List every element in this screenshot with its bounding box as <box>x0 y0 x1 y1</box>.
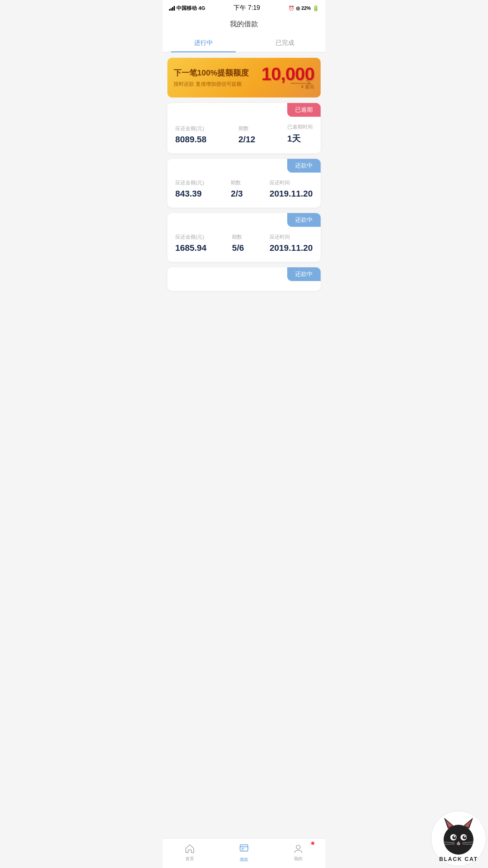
loan-card-3[interactable]: 还款中 应还金额(元) 1685.94 期数 5/6 应还时间 2019.11.… <box>167 213 321 262</box>
promo-amount-block: 10,000 ¥ 最高 <box>261 65 314 90</box>
badge-repaying-3: 还款中 <box>287 213 321 227</box>
tab-completed[interactable]: 已完成 <box>244 33 325 52</box>
badge-repaying-2: 还款中 <box>287 159 321 173</box>
status-left: 中国移动 4G <box>169 5 205 12</box>
field-period-1: 期数 2/12 <box>238 125 255 145</box>
badge-overdue-1: 已逾期 <box>287 103 321 117</box>
signal-icon <box>169 6 175 11</box>
field-overdue-time-1: 已逾期时间 1天 <box>287 123 313 145</box>
battery-icon: 🔋 <box>312 5 319 11</box>
badge-repaying-4: 还款中 <box>287 267 321 281</box>
promo-text: 下一笔100%提额额度 按时还款 复借增加授信可提额 <box>174 68 249 88</box>
loan-card-4-partial[interactable]: 还款中 <box>167 267 321 291</box>
location-icon: ◎ <box>296 6 300 11</box>
promo-banner[interactable]: 下一笔100%提额额度 按时还款 复借增加授信可提额 10,000 ¥ 最高 <box>167 58 321 97</box>
field-due-date-3: 应还时间 2019.11.20 <box>270 234 313 253</box>
promo-arrow-icon <box>291 79 314 87</box>
loan-card-1[interactable]: 已逾期 应还金额(元) 8089.58 期数 2/12 已逾期时间 1天 <box>167 103 321 153</box>
tab-bar: 进行中 已完成 <box>163 33 325 52</box>
page-title: 我的借款 <box>163 19 325 33</box>
alarm-icon: ⏰ <box>288 6 294 11</box>
status-time: 下午 7:19 <box>233 4 260 12</box>
field-amount-2: 应还金额(元) 843.39 <box>175 179 204 199</box>
field-amount-3: 应还金额(元) 1685.94 <box>175 234 207 253</box>
tab-in-progress[interactable]: 进行中 <box>163 33 244 52</box>
header: 我的借款 <box>163 15 325 33</box>
carrier-label: 中国移动 <box>176 5 197 12</box>
promo-subtitle: 按时还款 复借增加授信可提额 <box>174 81 249 88</box>
loan-card-2[interactable]: 还款中 应还金额(元) 843.39 期数 2/3 应还时间 2019.11.2… <box>167 159 321 208</box>
network-label: 4G <box>198 5 205 11</box>
promo-title: 下一笔100%提额额度 <box>174 68 249 78</box>
status-right: ⏰ ◎ 22% 🔋 <box>288 5 319 11</box>
main-content: 下一笔100%提额额度 按时还款 复借增加授信可提额 10,000 ¥ 最高 已… <box>163 52 325 328</box>
field-period-2: 期数 2/3 <box>231 179 243 199</box>
field-due-date-2: 应还时间 2019.11.20 <box>270 179 313 199</box>
status-bar: 中国移动 4G 下午 7:19 ⏰ ◎ 22% 🔋 <box>163 0 325 15</box>
field-amount-1: 应还金额(元) 8089.58 <box>175 125 207 145</box>
field-period-3: 期数 5/6 <box>232 234 244 253</box>
battery-label: 22% <box>301 6 311 11</box>
